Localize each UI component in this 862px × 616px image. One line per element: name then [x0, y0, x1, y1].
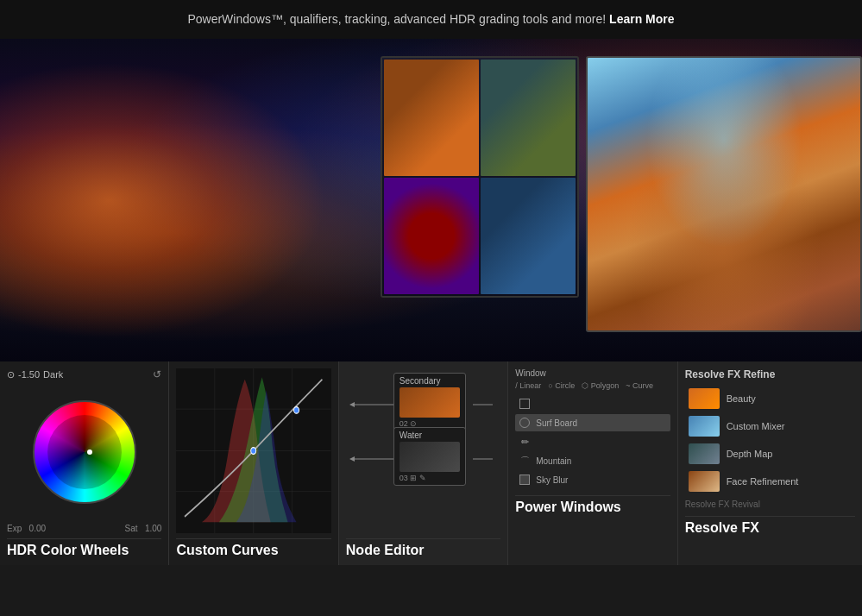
shape-surfboard-label: Surf Board	[536, 418, 577, 428]
monitor-thumb-3	[384, 178, 479, 294]
power-window-header: Window	[515, 368, 670, 378]
panel-hdr-color-wheels: ⊙ -1.50 Dark ↺ Exp 0.00 Sat 1.00 HDR Col…	[0, 361, 169, 565]
monitor-thumb-2	[481, 60, 576, 176]
toolbar-circle[interactable]: ○ Circle	[548, 381, 575, 390]
monitor-left	[381, 56, 579, 298]
wheel-param-exp: Exp 0.00	[7, 524, 46, 533]
wheel-icon: ⊙	[7, 369, 15, 380]
panel-resolve-fx: Resolve FX Refine Beauty Custom Mixer De…	[678, 361, 862, 565]
monitor-right	[586, 56, 862, 332]
node-water[interactable]: Water 03 ⊞ ✎	[393, 427, 466, 486]
node-area: Secondary 02 ⊙ Water 03 ⊞ ✎	[346, 368, 500, 533]
resolve-label-face-refinement: Face Refinement	[727, 476, 799, 487]
wheel-param-sat: Sat 1.00	[125, 524, 162, 533]
curves-svg	[176, 368, 330, 533]
power-toolbar: / Linear ○ Circle ⬡ Polygon ~ Curve	[515, 381, 670, 390]
wheel-dark-label: Dark	[43, 369, 63, 380]
svg-marker-12	[349, 402, 355, 407]
shape-row-square[interactable]	[515, 395, 670, 412]
node-water-label: Water	[400, 431, 460, 440]
resolve-item-face-refinement[interactable]: Face Refinement	[685, 468, 855, 494]
top-bar: PowerWindows™, qualifiers, tracking, adv…	[0, 0, 862, 39]
resolve-fx-header: Resolve FX Refine	[685, 368, 855, 380]
node-secondary-label: Secondary	[400, 376, 460, 386]
hdr-title: HDR Color Wheels	[7, 538, 161, 558]
learn-more-link[interactable]: Learn More	[609, 12, 674, 26]
node-water-id: 03 ⊞ ✎	[400, 474, 460, 482]
monitor-left-screen	[382, 58, 577, 296]
venice-overlay	[588, 58, 860, 330]
hdr-header: ⊙ -1.50 Dark ↺	[7, 368, 161, 380]
node-secondary[interactable]: Secondary 02 ⊙	[393, 373, 466, 431]
resolve-revival-header: Resolve FX Revival	[685, 500, 855, 509]
resolve-label-custom-mixer: Custom Mixer	[727, 421, 785, 431]
resolve-title: Resolve FX	[685, 516, 855, 536]
resolve-thumb-beauty	[689, 388, 720, 409]
shape-mountain-label: Mountain	[536, 456, 571, 466]
panel-custom-curves: Custom Curves	[169, 361, 338, 565]
resolve-label-depth-map: Depth Map	[727, 449, 773, 459]
check-icon	[519, 474, 531, 486]
panel-power-windows: Window / Linear ○ Circle ⬡ Polygon ~ Cur…	[508, 361, 677, 565]
monitors-area	[381, 56, 862, 332]
wheel-value: -1.50	[18, 369, 40, 380]
svg-point-7	[294, 407, 299, 414]
resolve-item-custom-mixer[interactable]: Custom Mixer	[685, 413, 855, 439]
wheel-reset-icon[interactable]: ↺	[153, 368, 161, 380]
node-title: Node Editor	[346, 538, 500, 558]
pen-icon: ✏	[519, 436, 531, 448]
shape-row-mountain[interactable]: ⌒ Mountain	[515, 452, 670, 469]
monitor-right-screen	[588, 58, 860, 330]
resolve-label-beauty: Beauty	[727, 393, 756, 404]
shape-skyblur-label: Sky Blur	[536, 475, 568, 485]
hero-section	[0, 39, 862, 361]
shape-row-circle[interactable]: Surf Board	[515, 414, 670, 431]
shape-row-skyblur[interactable]: Sky Blur	[515, 471, 670, 488]
power-title: Power Windows	[515, 495, 670, 515]
resolve-thumb-mixer	[689, 416, 720, 437]
resolve-thumb-depth	[689, 443, 720, 464]
shape-row-pen[interactable]: ✏	[515, 433, 670, 450]
wheel-container	[7, 384, 161, 520]
top-bar-text: PowerWindows™, qualifiers, tracking, adv…	[187, 12, 606, 26]
monitor-thumb-4	[481, 178, 576, 294]
svg-marker-13	[349, 456, 355, 462]
resolve-item-depth-map[interactable]: Depth Map	[685, 441, 855, 467]
curve-icon: ⌒	[519, 455, 531, 467]
toolbar-polygon[interactable]: ⬡ Polygon	[582, 381, 619, 390]
wheel-label: ⊙ -1.50 Dark	[7, 369, 63, 380]
color-wheel[interactable]	[33, 400, 136, 504]
monitor-thumb-1	[384, 60, 479, 176]
curves-title: Custom Curves	[176, 538, 330, 558]
square-icon	[519, 398, 531, 410]
svg-point-6	[251, 448, 256, 455]
features-section: ⊙ -1.50 Dark ↺ Exp 0.00 Sat 1.00 HDR Col…	[0, 361, 862, 565]
panel-node-editor: Secondary 02 ⊙ Water 03 ⊞ ✎ Node Edit	[339, 361, 508, 565]
toolbar-curve[interactable]: ~ Curve	[626, 381, 653, 390]
curves-canvas[interactable]	[176, 368, 330, 533]
node-secondary-thumb	[400, 387, 460, 418]
node-water-thumb	[400, 442, 460, 472]
resolve-item-beauty[interactable]: Beauty	[685, 386, 855, 412]
wheel-center-dot	[87, 449, 92, 455]
toolbar-linear[interactable]: / Linear	[515, 381, 541, 390]
resolve-thumb-face	[689, 471, 720, 492]
wheel-params: Exp 0.00 Sat 1.00	[7, 524, 161, 533]
circle-icon	[519, 417, 531, 429]
person-silhouette	[0, 39, 362, 361]
